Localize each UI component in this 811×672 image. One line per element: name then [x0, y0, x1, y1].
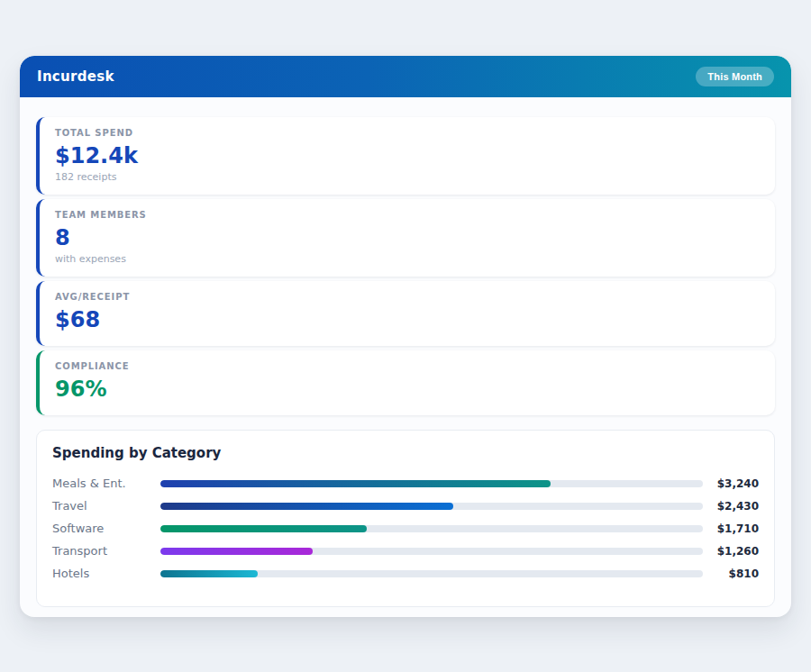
- category-bar-fill: [160, 570, 258, 577]
- stat-card-compliance: COMPLIANCE 96%: [36, 350, 775, 415]
- chart-title: Spending by Category: [52, 445, 759, 461]
- app-header: Incurdesk This Month: [20, 56, 791, 97]
- stat-label: TEAM MEMBERS: [55, 209, 760, 221]
- category-value: $1,710: [703, 522, 759, 535]
- category-rows: Meals & Ent.$3,240Travel$2,430Software$1…: [52, 472, 759, 585]
- category-value: $2,430: [703, 500, 759, 513]
- category-label: Transport: [52, 544, 160, 558]
- stat-card-team-members: TEAM MEMBERS 8 with expenses: [36, 199, 775, 277]
- stat-value: $68: [55, 307, 760, 332]
- category-bar-track: [160, 503, 703, 510]
- stat-value: $12.4k: [55, 143, 760, 168]
- stat-value: 8: [55, 225, 760, 250]
- category-bar-track: [160, 525, 703, 532]
- category-value: $1,260: [703, 545, 759, 558]
- category-bar-fill: [160, 548, 313, 555]
- category-row: Meals & Ent.$3,240: [52, 472, 759, 495]
- dashboard-body: TOTAL SPEND $12.4k 182 receipts TEAM MEM…: [20, 97, 791, 617]
- stat-subtext: 182 receipts: [55, 171, 760, 184]
- category-row: Transport$1,260: [52, 540, 759, 562]
- stat-label: AVG/RECEIPT: [55, 291, 760, 303]
- category-row: Software$1,710: [52, 517, 759, 540]
- category-value: $810: [703, 568, 759, 580]
- stat-value: 96%: [55, 377, 760, 402]
- category-bar-fill: [160, 525, 367, 532]
- category-row: Hotels$810: [52, 562, 759, 585]
- stat-card-avg-receipt: AVG/RECEIPT $68: [36, 281, 775, 346]
- stat-card-total-spend: TOTAL SPEND $12.4k 182 receipts: [36, 117, 775, 195]
- category-label: Software: [52, 522, 160, 535]
- category-bar-track: [160, 548, 703, 555]
- spending-by-category-card: Spending by Category Meals & Ent.$3,240T…: [36, 430, 775, 607]
- stat-label: TOTAL SPEND: [55, 127, 760, 139]
- category-bar-fill: [160, 503, 453, 510]
- category-bar-track: [160, 480, 703, 487]
- category-value: $3,240: [703, 477, 759, 490]
- stat-subtext: with expenses: [55, 253, 760, 266]
- category-label: Travel: [52, 499, 160, 513]
- category-label: Hotels: [52, 567, 160, 580]
- app-title: Incurdesk: [37, 68, 114, 85]
- category-bar-track: [160, 570, 703, 577]
- period-badge[interactable]: This Month: [696, 67, 774, 86]
- category-label: Meals & Ent.: [52, 477, 160, 490]
- category-bar-fill: [160, 480, 551, 487]
- category-row: Travel$2,430: [52, 495, 759, 517]
- dashboard-card: Incurdesk This Month TOTAL SPEND $12.4k …: [20, 56, 791, 617]
- stat-label: COMPLIANCE: [55, 360, 760, 372]
